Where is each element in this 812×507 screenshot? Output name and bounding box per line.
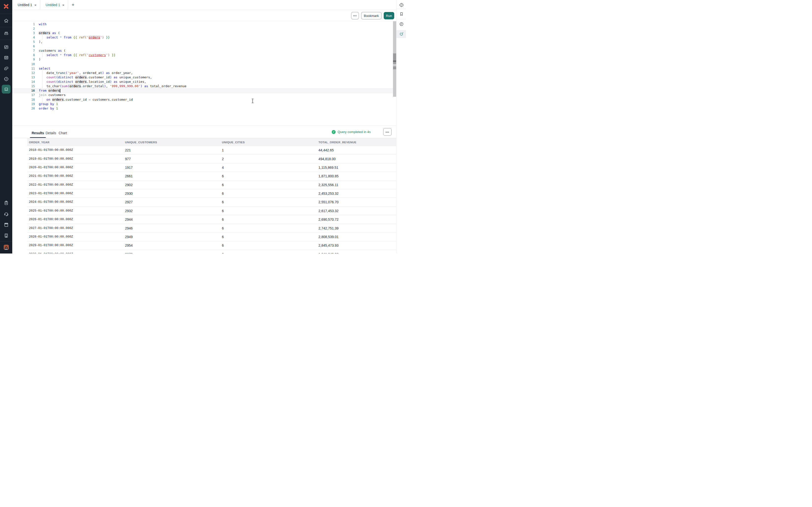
table-cell: 2,617,453.32	[318, 209, 406, 213]
line-number: 16	[12, 89, 35, 93]
close-icon[interactable]: ×	[34, 3, 37, 7]
cell-toolbar: ••• Bookmark Run	[12, 10, 396, 21]
sidebar-item-headset[interactable]	[2, 210, 10, 218]
results-table[interactable]: ORDER_YEARUNIQUE_CUSTOMERSUNIQUE_CITIEST…	[27, 138, 406, 253]
panel-item-compass[interactable]	[397, 1, 406, 9]
panel-item-ai-chat[interactable]	[397, 30, 406, 38]
table-row[interactable]: 2022-01-01T00:00:00.000Z290262,325,556.1…	[27, 181, 406, 189]
line-number: 6	[12, 44, 35, 49]
bookmark-icon	[399, 12, 404, 16]
editor-tab-label: Untitled 1	[46, 3, 60, 7]
run-button[interactable]: Run	[384, 12, 394, 19]
table-cell: 2022-01-01T00:00:00.000Z	[29, 183, 125, 187]
table-row[interactable]: 2025-01-01T00:00:00.000Z293262,617,453.3…	[27, 207, 406, 215]
table-row[interactable]: 2027-01-01T00:00:00.000Z294662,742,751.3…	[27, 224, 406, 232]
compass-icon	[399, 3, 404, 7]
code-text: select * from {{ ref('orders') }}	[39, 35, 110, 40]
column-header: UNIQUE_CITIES	[222, 141, 318, 144]
table-cell: 2,808,539.01	[318, 235, 406, 239]
table-cell: 44,442.65	[318, 148, 406, 152]
code-line-11: 11select	[12, 66, 396, 71]
sql-editor[interactable]: 1with23orders as (4 select * from {{ ref…	[12, 21, 396, 125]
code-text: orders as (	[39, 31, 60, 35]
results-tab-results[interactable]: Results	[30, 122, 46, 138]
table-cell: 6	[222, 226, 318, 230]
line-number: 11	[12, 66, 35, 71]
user-avatar[interactable]	[2, 244, 10, 250]
scrollbar-thumb[interactable]	[393, 53, 396, 64]
compass-icon	[4, 76, 9, 81]
table-cell: 2024-01-01T00:00:00.000Z	[29, 200, 125, 204]
code-text: customers as (	[39, 49, 66, 53]
results-tab-chart[interactable]: Chart	[57, 122, 69, 138]
more-options-button[interactable]: •••	[351, 12, 359, 19]
book-icon	[4, 222, 9, 227]
scrollbar-thumb[interactable]	[393, 66, 396, 69]
table-row[interactable]: 2019-01-01T00:00:00.000Z9772494,818.00	[27, 155, 406, 163]
line-number: 18	[12, 98, 35, 102]
table-cell: 2020-01-01T00:00:00.000Z	[29, 166, 125, 169]
line-number: 5	[12, 40, 35, 44]
sidebar-item-apps-grid[interactable]	[2, 43, 10, 51]
table-row[interactable]: 2026-01-01T00:00:00.000Z294462,690,570.7…	[27, 215, 406, 224]
panel-item-bookmark[interactable]	[397, 10, 406, 18]
code-line-17: 17join customers	[12, 93, 396, 97]
results-tab-details[interactable]: Details	[44, 122, 58, 138]
code-line-19: 19group by 1	[12, 102, 396, 106]
home-icon	[4, 18, 9, 23]
code-line-9: 9)	[12, 57, 396, 62]
hex-logo[interactable]	[0, 0, 12, 13]
code-line-2: 2	[12, 26, 396, 31]
code-line-4: 4 select * from {{ ref('orders') }}	[12, 35, 396, 40]
success-check-icon: ✓	[332, 130, 336, 134]
query-status: ✓ Query completed in 4s	[332, 126, 371, 138]
bookmark-button[interactable]: Bookmark	[361, 12, 382, 19]
sidebar-item-drawer[interactable]	[2, 29, 10, 38]
table-cell: 2946	[125, 226, 222, 230]
table-row[interactable]: 2028-01-01T00:00:00.000Z294962,808,539.0…	[27, 233, 406, 241]
line-number: 9	[12, 57, 35, 62]
results-more-button[interactable]: •••	[383, 128, 392, 136]
table-cell: 2944	[125, 218, 222, 221]
table-cell: 2949	[125, 235, 222, 239]
table-header-row: ORDER_YEARUNIQUE_CUSTOMERSUNIQUE_CITIEST…	[27, 138, 406, 146]
table-row[interactable]: 2024-01-01T00:00:00.000Z292762,551,076.7…	[27, 198, 406, 207]
table-cell: 2954	[125, 243, 222, 247]
panel-item-history[interactable]	[397, 20, 406, 28]
clipboard-icon	[4, 200, 9, 206]
new-tab-button[interactable]: +	[68, 0, 78, 10]
sidebar-item-code-window[interactable]	[2, 53, 10, 62]
editor-tab-2[interactable]: Untitled 1×	[40, 0, 68, 10]
sidebar-item-windows[interactable]	[2, 64, 10, 73]
sidebar-item-home[interactable]	[2, 16, 10, 25]
table-row[interactable]: 2023-01-01T00:00:00.000Z293062,453,253.3…	[27, 189, 406, 198]
close-icon[interactable]: ×	[62, 3, 64, 7]
sidebar-item-book[interactable]	[2, 220, 10, 229]
table-row[interactable]: 2029-01-01T00:00:00.000Z295462,845,473.9…	[27, 241, 406, 250]
code-text: select * from {{ ref('customers') }}	[39, 53, 115, 57]
table-cell: 2026-01-01T00:00:00.000Z	[29, 218, 125, 221]
line-number: 2	[12, 26, 35, 31]
sidebar-item-terminal[interactable]	[2, 85, 10, 94]
table-row[interactable]: 2018-01-01T00:00:00.000Z221144,442.65	[27, 146, 406, 155]
sidebar-item-compass[interactable]	[2, 74, 10, 83]
table-row[interactable]: 2020-01-01T00:00:00.000Z191741,115,869.5…	[27, 163, 406, 172]
code-text: to_char(sum(orders.order_total), '999,99…	[39, 84, 187, 89]
table-cell: 221	[125, 148, 222, 152]
column-header: ORDER_YEAR	[29, 141, 125, 144]
table-row[interactable]: 2030-01-01T00:00:00.000Z287961,841,049.3…	[27, 250, 406, 254]
query-status-text: Query completed in 4s	[338, 130, 371, 134]
code-text: order by 1	[39, 106, 58, 111]
editor-scrollbar[interactable]	[393, 21, 396, 97]
table-cell: 2879	[125, 252, 222, 253]
sidebar-item-clipboard[interactable]	[2, 199, 10, 207]
code-line-16: 16from orders	[12, 89, 396, 93]
main-area: Untitled 1×Untitled 1×+ ••• Bookmark Run…	[12, 0, 396, 253]
code-text: group by 1	[39, 102, 58, 106]
sidebar-item-building[interactable]	[2, 231, 10, 240]
table-row[interactable]: 2021-01-01T00:00:00.000Z266161,871,800.8…	[27, 172, 406, 180]
editor-tab-1[interactable]: Untitled 1×	[12, 0, 40, 10]
table-cell: 2927	[125, 200, 222, 204]
line-number: 20	[12, 106, 35, 111]
table-cell: 2,325,556.11	[318, 183, 406, 187]
